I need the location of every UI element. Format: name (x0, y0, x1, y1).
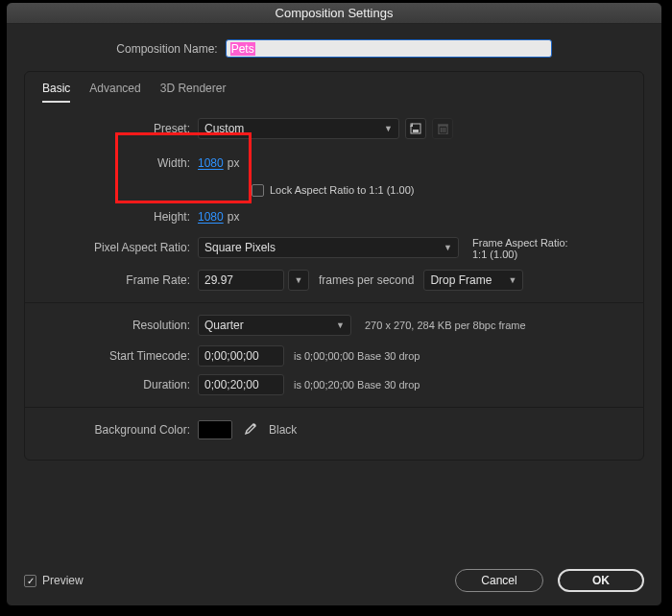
height-unit: px (228, 210, 240, 224)
svg-point-7 (253, 424, 256, 427)
frame-aspect-label: Frame Aspect Ratio: (472, 237, 568, 249)
start-timecode-label: Start Timecode: (40, 349, 198, 363)
trash-icon (438, 123, 448, 134)
drop-frame-select[interactable]: Drop Frame ▼ (423, 270, 523, 291)
duration-value: 0;00;20;00 (204, 378, 259, 391)
ok-button[interactable]: OK (558, 569, 644, 592)
frame-rate-dropdown[interactable]: ▼ (288, 270, 309, 291)
background-color-label: Background Color: (40, 423, 198, 437)
save-preset-button[interactable] (405, 118, 426, 139)
pixel-aspect-label: Pixel Aspect Ratio: (40, 237, 198, 254)
chevron-down-icon: ▼ (295, 275, 303, 285)
window-title: Composition Settings (276, 6, 394, 20)
chevron-down-icon: ▼ (444, 243, 452, 252)
save-preset-icon (410, 123, 421, 134)
cancel-button[interactable]: Cancel (455, 569, 542, 592)
start-timecode-value: 0;00;00;00 (204, 349, 259, 363)
width-label: Width: (40, 156, 198, 170)
resolution-label: Resolution: (40, 319, 198, 332)
preset-label: Preset: (40, 122, 198, 135)
frame-aspect-value: 1:1 (1.00) (472, 249, 568, 260)
height-input[interactable]: 1080 (198, 210, 224, 224)
chevron-down-icon: ▼ (336, 320, 345, 330)
tab-advanced[interactable]: Advanced (89, 82, 140, 103)
width-unit: px (228, 156, 240, 170)
composition-settings-dialog: Composition Settings Composition Name: P… (6, 2, 662, 606)
pixel-aspect-select[interactable]: Square Pixels ▼ (198, 237, 459, 258)
resolution-select[interactable]: Quarter ▼ (198, 315, 351, 336)
delete-preset-button (432, 118, 453, 139)
lock-aspect-label: Lock Aspect Ratio to 1:1 (1.00) (270, 184, 414, 196)
tab-basic[interactable]: Basic (42, 82, 70, 103)
chevron-down-icon: ▼ (508, 275, 516, 285)
width-input[interactable]: 1080 (198, 156, 224, 170)
start-timecode-info: is 0;00;00;00 Base 30 drop (294, 350, 420, 362)
frame-rate-label: Frame Rate: (40, 273, 198, 287)
frame-rate-value: 29.97 (204, 273, 233, 287)
preset-select[interactable]: Custom ▼ (198, 118, 399, 139)
resolution-value: Quarter (204, 319, 244, 332)
duration-input[interactable]: 0;00;20;00 (198, 374, 284, 395)
composition-name-label: Composition Name: (116, 42, 217, 56)
duration-info: is 0;00;20;00 Base 30 drop (294, 379, 420, 391)
height-label: Height: (40, 210, 198, 224)
preset-value: Custom (204, 122, 244, 135)
chevron-down-icon: ▼ (384, 124, 393, 133)
svg-rect-1 (413, 130, 419, 132)
eyedropper-icon (243, 423, 256, 437)
preview-label: Preview (42, 574, 84, 587)
eyedropper-button[interactable] (238, 419, 261, 440)
resolution-info: 270 x 270, 284 KB per 8bpc frame (365, 320, 526, 331)
pixel-aspect-value: Square Pixels (204, 241, 276, 254)
start-timecode-input[interactable]: 0;00;00;00 (198, 345, 284, 367)
tab-3d-renderer[interactable]: 3D Renderer (160, 82, 227, 103)
lock-aspect-checkbox[interactable] (252, 184, 264, 197)
fps-label: frames per second (319, 273, 414, 287)
composition-name-value: Pets (230, 42, 255, 56)
composition-name-input[interactable]: Pets (226, 39, 552, 58)
drop-frame-value: Drop Frame (430, 273, 492, 287)
preview-checkbox[interactable]: ✓ (24, 575, 36, 587)
background-color-name: Black (269, 423, 297, 437)
background-color-swatch[interactable] (198, 420, 232, 439)
frame-rate-input[interactable]: 29.97 (198, 270, 284, 291)
duration-label: Duration: (40, 378, 198, 391)
titlebar[interactable]: Composition Settings (7, 3, 661, 24)
